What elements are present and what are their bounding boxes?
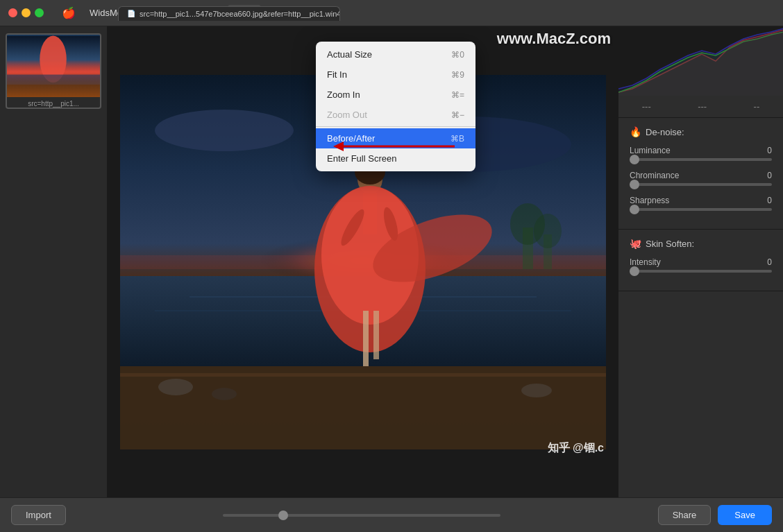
skin-soften-title: 🐙 Skin Soften: [630,238,772,249]
svg-point-28 [158,379,193,395]
title-bar: 🍎 WidsMob Denoise File Edit View Window … [0,0,783,26]
intensity-slider-row: Intensity 0 [630,257,772,273]
intensity-value: 0 [767,257,772,267]
zoom-slider[interactable] [223,514,500,517]
zoom-out-label: Zoom Out [327,110,367,120]
watermark-bottom: 知乎 @锢.c [548,441,604,456]
skin-soften-section: 🐙 Skin Soften: Intensity 0 [618,230,783,291]
before-after-shortcut: ⌘B [451,134,464,144]
active-tab[interactable]: 📄 src=http__pic1...547e7bceea660.jpg&ref… [118,6,340,21]
luminance-value: 0 [767,146,772,155]
stat-3: -- [754,101,760,112]
actual-size-label: Actual Size [327,49,372,60]
before-after-label: Before/After [327,133,375,144]
zoom-slider-container [223,514,500,517]
minimize-button[interactable] [22,8,31,17]
right-panel: --- --- -- 🔥 De-noise: Luminance 0 [618,26,783,497]
fit-in-label: Fit In [327,69,347,80]
save-button[interactable]: Save [718,505,772,525]
chrominance-slider-row: Chrominance 0 [630,171,772,186]
sharpness-label: Sharpness [630,196,669,205]
svg-rect-22 [363,311,369,366]
chrominance-value: 0 [767,171,772,180]
canvas-area: Actual Size ⌘0 Fit In ⌘9 Zoom In ⌘= Zoom… [108,26,618,497]
denoise-section: 🔥 De-noise: Luminance 0 Chrominance 0 [618,118,783,230]
view-dropdown-menu[interactable]: Actual Size ⌘0 Fit In ⌘9 Zoom In ⌘= Zoom… [316,42,475,171]
svg-rect-12 [120,366,606,449]
full-screen-label: Enter Full Screen [327,153,396,164]
intensity-slider-track[interactable] [630,270,772,273]
actual-size-shortcut: ⌘0 [451,50,464,60]
luminance-label-row: Luminance 0 [630,146,772,155]
zoom-in-label: Zoom In [327,89,360,100]
chrominance-slider-thumb[interactable] [630,180,639,189]
histogram [618,26,783,96]
luminance-slider-thumb[interactable] [630,155,639,164]
thumbnail-image [7,35,100,97]
tab-label: src=http__pic1...547e7bceea660.jpg&refer… [140,10,340,18]
menu-fit-in[interactable]: Fit In ⌘9 [316,65,475,85]
watermark-top: www.MacZ.com [497,30,611,48]
svg-point-5 [155,110,294,151]
sharpness-slider-thumb[interactable] [630,205,639,214]
sharpness-slider-track[interactable] [630,208,772,211]
fit-in-shortcut: ⌘9 [451,70,464,80]
bottom-bar: Import Share Save [0,497,783,532]
zoom-out-shortcut: ⌘− [451,110,464,120]
share-button[interactable]: Share [658,505,712,525]
sharpness-slider-row: Sharpness 0 [630,196,772,211]
skin-soften-label: Skin Soften: [646,239,694,249]
chrominance-label: Chrominance [630,171,679,180]
tab-bar: 📄 src=http__pic1...547e7bceea660.jpg&ref… [111,0,783,26]
tab-icon: 📄 [127,10,135,17]
apple-menu[interactable]: 🍎 [55,6,83,19]
intensity-slider-thumb[interactable] [630,266,639,276]
denoise-label: De-noise: [646,127,684,137]
svg-rect-13 [120,373,606,377]
luminance-slider-track[interactable] [630,158,772,161]
panel-stats: --- --- -- [618,96,783,118]
stat-1: --- [642,101,651,112]
zoom-in-shortcut: ⌘= [451,90,464,100]
sharpness-value: 0 [767,196,772,205]
skin-soften-icon: 🐙 [630,238,641,249]
menu-actual-size[interactable]: Actual Size ⌘0 [316,44,475,65]
sidebar: src=http__pic1... [0,26,108,497]
close-button[interactable] [8,8,17,17]
menu-full-screen[interactable]: Enter Full Screen [316,148,475,169]
chrominance-label-row: Chrominance 0 [630,171,772,180]
bottom-right-buttons: Share Save [658,505,772,525]
svg-point-30 [521,384,552,397]
luminance-label: Luminance [630,146,671,155]
menu-separator [316,126,475,127]
luminance-slider-row: Luminance 0 [630,146,772,161]
menu-zoom-in[interactable]: Zoom In ⌘= [316,85,475,105]
svg-point-29 [212,388,237,400]
main-layout: src=http__pic1... [0,26,783,497]
traffic-lights [0,8,44,17]
menu-zoom-out: Zoom Out ⌘− [316,105,475,125]
svg-rect-23 [373,311,379,359]
thumbnail-item[interactable]: src=http__pic1... [6,33,101,109]
intensity-label: Intensity [630,257,661,267]
intensity-label-row: Intensity 0 [630,257,772,267]
denoise-icon: 🔥 [630,126,641,137]
import-button[interactable]: Import [11,505,66,525]
svg-point-27 [534,214,562,248]
chrominance-slider-track[interactable] [630,183,772,186]
thumbnail-label: src=http__pic1... [7,100,100,108]
zoom-slider-thumb[interactable] [278,510,288,520]
menu-before-after[interactable]: Before/After ⌘B [316,128,475,148]
maximize-button[interactable] [35,8,44,17]
stat-2: --- [698,101,707,112]
sharpness-label-row: Sharpness 0 [630,196,772,205]
denoise-title: 🔥 De-noise: [630,126,772,137]
